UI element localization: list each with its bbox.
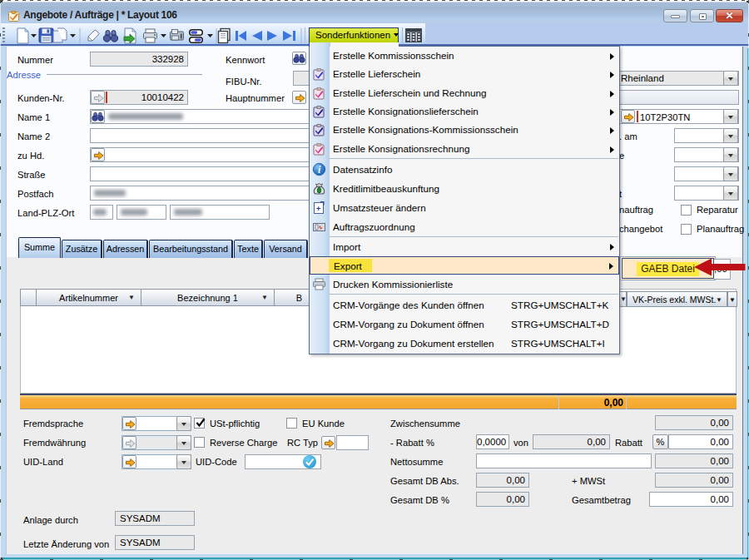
svg-text:+: + <box>316 205 320 213</box>
